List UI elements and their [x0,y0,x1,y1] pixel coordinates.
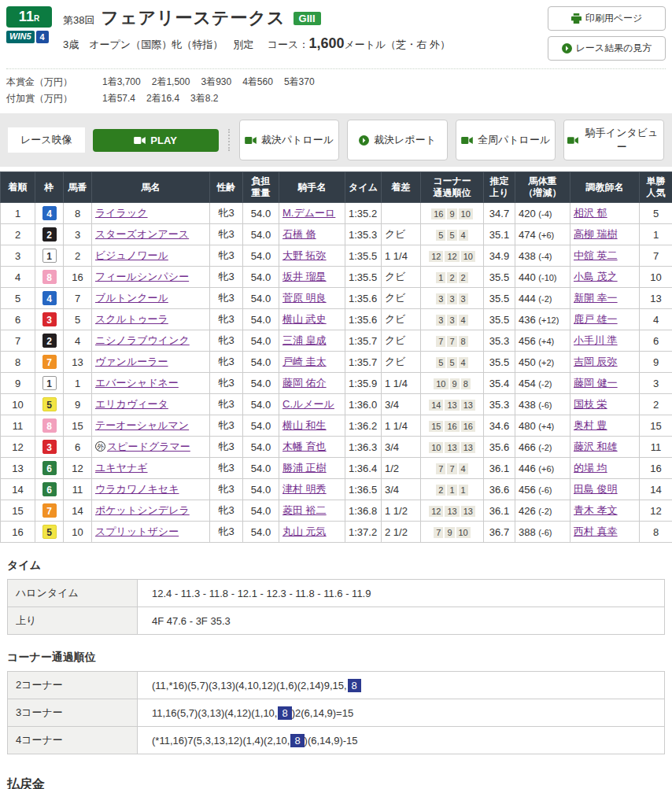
toolbar-button-3[interactable]: 全周パトロール [456,120,556,160]
horse-weight-cell: 450 (+2) [515,352,570,373]
estimated-last-3f: 35.6 [484,437,515,458]
jockey-link[interactable]: 戸崎 圭太 [282,356,327,367]
trainer-cell: 中舘 英二 [570,245,640,267]
horse-name-link[interactable]: ブルトンクール [95,292,168,304]
horse-name-link[interactable]: ニシノラブウインク [95,334,190,346]
trainer-link[interactable]: 新開 幸一 [574,292,618,304]
play-button[interactable]: PLAY [93,129,219,152]
prize-main-values: 1着3,7002着1,5003着9304着5605着370 [91,76,315,89]
trainer-link[interactable]: 鹿戸 雄一 [574,313,618,325]
jockey-link[interactable]: 横山 和生 [282,419,327,431]
finish-time: 1:36.4 [345,458,382,479]
horse-name-link[interactable]: エリカヴィータ [95,398,168,410]
jockey-link[interactable]: 横山 武史 [282,313,327,325]
horse-name-link[interactable]: スクルトゥーラ [95,313,168,325]
horse-name-link[interactable]: ユキヤナギ [95,462,148,474]
frame-badge: 2 [42,227,57,241]
corner-pass-box: 3 [436,315,445,326]
jockey-link[interactable]: C.ルメール [282,398,334,410]
horse-name-link[interactable]: ポケットシンデレラ [95,504,190,516]
grade-badge: GIII [294,12,321,25]
jockey-link[interactable]: 三浦 皇成 [282,334,327,346]
horse-name-link[interactable]: ヴァンルーラー [95,356,168,367]
result-row: 4816フィールシンパシー牝354.0坂井 瑠星1:35.5クビ12235.54… [1,267,672,288]
corner-positions: 121210 [421,245,484,267]
sex-age: 牝3 [210,458,243,479]
sex-age: 牝3 [210,479,243,500]
jockey-link[interactable]: 大野 拓弥 [282,249,327,261]
horse-name-link[interactable]: スターズオンアース [95,228,189,240]
jockey-link[interactable]: 菅原 明良 [282,292,327,304]
jockey-link[interactable]: 丸山 元気 [282,525,327,537]
result-guide-button[interactable]: レース結果の見方 [548,36,666,61]
trainer-link[interactable]: 小手川 準 [574,334,618,346]
win-favorite-rank: 4 [640,309,672,330]
column-header: 負担重量 [243,172,279,203]
corner-pass-box: 13 [461,400,475,411]
jockey-link[interactable]: 勝浦 正樹 [282,462,327,474]
corner-pass-box: 7 [434,527,443,538]
trainer-link[interactable]: 吉岡 辰弥 [574,356,618,367]
jockey-link[interactable]: 石橋 脩 [282,228,316,240]
toolbar-button-2[interactable]: 裁決レポート [347,120,448,160]
margin: 3/4 [382,479,421,500]
horse-name-link[interactable]: ライラック [95,207,148,219]
win5-badge: WIN5 4 [6,31,54,43]
finish-position: 12 [1,437,35,458]
toolbar-button-1[interactable]: 裁決パトロール [239,120,340,160]
horse-name-link[interactable]: ウラカワノキセキ [95,483,179,495]
horse-weight-diff: (-2) [538,507,552,516]
sex-age: 牝3 [210,309,243,330]
jockey-link[interactable]: 藤岡 佑介 [282,377,327,389]
race-number-unit: R [34,14,39,23]
carried-weight: 54.0 [243,288,279,309]
horse-name-link[interactable]: スピードグラマー [107,441,190,452]
trainer-link[interactable]: 田島 俊明 [574,483,618,495]
corner-pass-box: 5 [436,357,445,368]
column-header: 調教師名 [570,172,640,203]
race-number: 11 [19,9,34,24]
corner-pass-box: 14 [429,400,443,411]
sex-age: 牝3 [210,203,243,224]
trainer-link[interactable]: 国枝 栄 [574,398,607,410]
estimated-last-3f: 34.7 [484,203,515,224]
print-page-button[interactable]: 印刷用ページ [548,6,666,31]
horse-name-link[interactable]: テーオーシャルマン [95,419,189,431]
time-row-value: 4F 47.6 - 3F 35.3 [138,607,665,635]
jockey-link[interactable]: 津村 明秀 [282,483,327,495]
trainer-link[interactable]: 相沢 郁 [574,207,607,219]
jockey-cell: 勝浦 正樹 [279,458,345,479]
result-row: 911エバーシャドネー牝354.0藤岡 佑介1:35.91 1/4109835.… [1,373,672,394]
win-favorite-rank: 8 [640,522,672,543]
finish-position: 16 [1,522,35,543]
win-favorite-rank: 7 [640,245,672,267]
jockey-link[interactable]: M.デムーロ [282,207,335,219]
trainer-cell: 藤岡 健一 [570,373,640,394]
horse-name-link[interactable]: スプリットザシー [95,525,179,537]
jockey-link[interactable]: 菱田 裕二 [282,504,327,516]
trainer-link[interactable]: 中舘 英二 [574,249,618,261]
trainer-link[interactable]: 高柳 瑞樹 [574,228,618,240]
win-favorite-rank: 11 [640,437,672,458]
toolbar-button-4[interactable]: 騎手インタビュー [563,120,664,160]
jockey-link[interactable]: 坂井 瑠星 [282,271,327,282]
horse-name-link[interactable]: ビジュノワール [95,249,168,261]
trainer-link[interactable]: 藤岡 健一 [574,377,618,389]
horse-weight-diff: (+6) [538,464,554,474]
horse-weight-cell: 426 (-2) [515,500,570,522]
jockey-link[interactable]: 木幡 育也 [282,441,327,452]
trainer-link[interactable]: 小島 茂之 [574,271,618,282]
trainer-link[interactable]: 的場 均 [574,462,607,474]
trainer-cell: 田島 俊明 [570,479,640,500]
frame-badge: 7 [42,503,57,518]
horse-name-link[interactable]: フィールシンパシー [95,271,189,282]
trainer-link[interactable]: 青木 孝文 [574,504,618,516]
trainer-link[interactable]: 西村 真幸 [574,525,618,537]
corner-pass-box: 4 [459,315,468,326]
horse-name-link[interactable]: エバーシャドネー [95,377,179,389]
printer-icon [571,13,582,24]
trainer-link[interactable]: 藤沢 和雄 [574,441,618,452]
finish-time: 1:35.6 [345,288,382,309]
trainer-link[interactable]: 奥村 豊 [574,419,607,431]
toolbar-buttons: 裁決パトロール裁決レポート全周パトロール騎手インタビュー [239,120,664,160]
